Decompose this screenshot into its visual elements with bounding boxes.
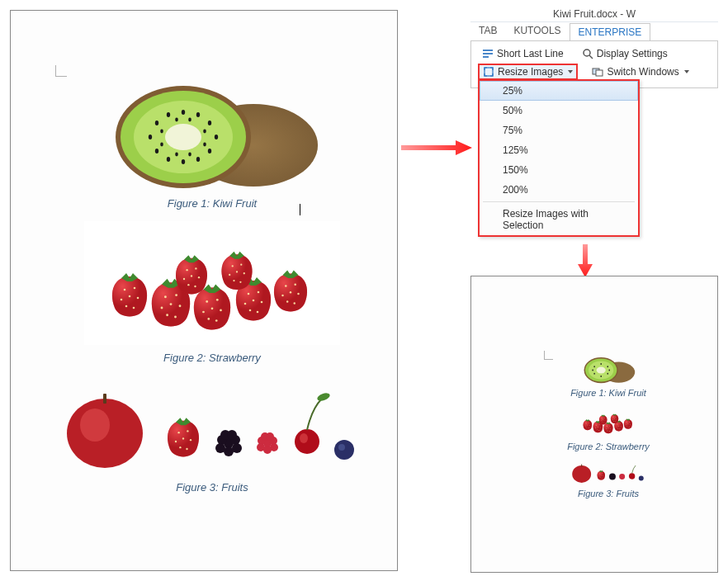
ribbon-body: Short Last Line Display Settings Resize … xyxy=(470,40,718,88)
window-title: Kiwi Fruit.docx - W xyxy=(470,5,718,22)
svg-point-18 xyxy=(188,118,191,122)
resize-opt-200[interactable]: 200% xyxy=(480,180,638,200)
svg-point-5 xyxy=(165,124,201,150)
svg-point-13 xyxy=(167,157,170,162)
svg-point-9 xyxy=(215,135,218,139)
svg-point-14 xyxy=(155,149,158,154)
ribbon-tabs: TAB KUTOOLS ENTERPRISE xyxy=(470,22,718,40)
short-last-line-icon xyxy=(482,48,494,59)
arrow-right-icon xyxy=(401,140,472,155)
resize-opt-75[interactable]: 75% xyxy=(480,120,638,140)
svg-point-81 xyxy=(572,465,591,483)
svg-rect-66 xyxy=(596,70,603,76)
svg-point-54 xyxy=(300,433,308,443)
svg-point-22 xyxy=(175,153,178,157)
svg-point-78 xyxy=(593,373,595,375)
svg-point-11 xyxy=(196,157,200,162)
display-settings-label: Display Settings xyxy=(597,48,668,59)
image-kiwi-small[interactable] xyxy=(509,352,707,384)
display-settings-button[interactable]: Display Settings xyxy=(578,46,672,61)
svg-point-17 xyxy=(167,112,170,117)
short-last-line-label: Short Last Line xyxy=(497,48,564,59)
svg-point-76 xyxy=(607,373,608,375)
svg-point-7 xyxy=(196,112,200,117)
image-strawberry-small[interactable] xyxy=(509,406,707,437)
svg-point-19 xyxy=(203,130,206,134)
svg-point-74 xyxy=(607,366,608,367)
svg-rect-82 xyxy=(581,465,582,467)
svg-rect-59 xyxy=(483,50,493,51)
switch-windows-label: Switch Windows xyxy=(607,66,678,78)
svg-rect-61 xyxy=(483,56,489,58)
resize-images-label: Resize Images xyxy=(498,66,563,78)
svg-point-23 xyxy=(160,143,163,147)
switch-windows-button[interactable]: Switch Windows xyxy=(588,64,693,79)
svg-point-55 xyxy=(316,392,331,403)
resize-with-selection[interactable]: Resize Images with Selection xyxy=(480,204,638,235)
resize-opt-25[interactable]: 25% xyxy=(480,81,638,101)
svg-point-75 xyxy=(609,370,611,371)
svg-rect-60 xyxy=(483,53,493,54)
svg-point-35 xyxy=(80,409,110,442)
document-page-original: Figure 1: Kiwi Fruit xyxy=(10,10,398,571)
tab-kutools[interactable]: KUTOOLS xyxy=(505,22,569,40)
svg-point-15 xyxy=(149,135,152,139)
svg-point-57 xyxy=(338,444,345,451)
svg-rect-64 xyxy=(485,68,493,76)
svg-marker-58 xyxy=(401,140,472,155)
resize-images-dropdown: 25% 50% 75% 125% 150% 200% Resize Images… xyxy=(478,79,640,237)
menu-separator xyxy=(483,201,635,202)
text-cursor-icon xyxy=(300,204,300,215)
svg-point-56 xyxy=(334,440,354,460)
image-fruits[interactable] xyxy=(44,376,381,475)
caption-fig1-small: Figure 1: Kiwi Fruit xyxy=(509,388,707,398)
short-last-line-button[interactable]: Short Last Line xyxy=(478,46,568,61)
svg-point-8 xyxy=(208,120,211,125)
caption-fig2: Figure 2: Strawberry xyxy=(44,352,381,364)
svg-rect-36 xyxy=(103,394,106,404)
svg-point-77 xyxy=(600,376,602,377)
svg-marker-67 xyxy=(578,244,593,277)
chevron-down-icon xyxy=(684,70,689,73)
margin-corner-icon xyxy=(544,351,553,360)
resize-opt-125[interactable]: 125% xyxy=(480,140,638,160)
svg-point-52 xyxy=(266,432,274,441)
svg-point-79 xyxy=(592,370,593,371)
svg-point-42 xyxy=(224,446,234,456)
resize-opt-150[interactable]: 150% xyxy=(480,160,638,180)
tab-tab[interactable]: TAB xyxy=(470,22,505,40)
svg-point-86 xyxy=(639,475,644,480)
svg-point-72 xyxy=(597,366,606,373)
margin-corner-icon xyxy=(55,65,67,77)
image-kiwi[interactable] xyxy=(44,67,381,191)
caption-fig3-small: Figure 3: Fruits xyxy=(509,489,707,498)
svg-point-25 xyxy=(175,118,178,122)
resize-opt-50[interactable]: 50% xyxy=(480,101,638,120)
magnifier-icon xyxy=(582,48,593,59)
svg-point-73 xyxy=(600,363,602,365)
svg-point-6 xyxy=(182,110,185,115)
svg-point-53 xyxy=(295,429,319,454)
svg-point-20 xyxy=(203,143,206,147)
tab-enterprise[interactable]: ENTERPRISE xyxy=(570,23,651,41)
caption-fig1: Figure 1: Kiwi Fruit xyxy=(44,197,381,210)
svg-point-80 xyxy=(593,366,595,367)
svg-point-44 xyxy=(227,430,237,440)
ribbon-panel: Kiwi Fruit.docx - W TAB KUTOOLS ENTERPRI… xyxy=(470,5,718,88)
image-fruits-small[interactable] xyxy=(509,460,707,484)
svg-line-63 xyxy=(589,55,593,59)
caption-fig2-small: Figure 2: Strawberry xyxy=(509,442,707,451)
image-strawberry[interactable] xyxy=(44,221,381,345)
svg-point-21 xyxy=(188,153,191,157)
document-page-resized: Figure 1: Kiwi Fruit Figure 2: Strawberr… xyxy=(470,276,718,573)
caption-fig3: Figure 3: Fruits xyxy=(44,481,381,494)
svg-point-83 xyxy=(609,473,616,479)
svg-point-50 xyxy=(263,446,272,454)
switch-windows-icon xyxy=(592,66,603,78)
svg-point-16 xyxy=(155,120,158,125)
svg-point-84 xyxy=(619,474,625,479)
chevron-down-icon xyxy=(568,70,573,73)
svg-point-85 xyxy=(629,473,635,479)
svg-point-12 xyxy=(182,159,185,164)
resize-images-button[interactable]: Resize Images xyxy=(478,64,578,80)
